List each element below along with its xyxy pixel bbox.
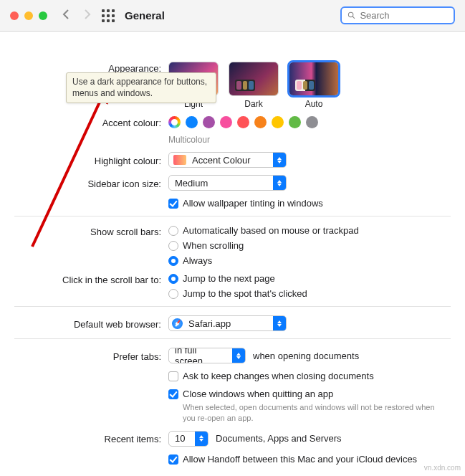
clickscroll-radio-1[interactable] [168,289,178,299]
accent-color-1[interactable] [203,116,215,128]
prefer-tabs-select[interactable]: in full screen [168,348,246,363]
appearance-dark-label: Dark [229,99,279,109]
nav-buttons [62,9,92,22]
show-all-icon[interactable] [102,9,115,22]
chevron-updown-icon [273,153,286,167]
accent-sublabel: Multicolour [168,135,210,145]
recent-items-select[interactable]: 10 [168,431,208,447]
chevron-updown-icon [195,432,208,446]
scrollbar-label-0: Automatically based on mouse or trackpad [183,225,359,236]
chevron-updown-icon [273,176,286,190]
accent-color-4[interactable] [254,116,267,128]
window-titlebar: General [0,0,465,32]
clickscroll-radio-0[interactable] [168,274,178,284]
default-browser-label: Default web browser: [14,318,168,330]
wallpaper-tint-label: Allow wallpaper tinting in windows [183,198,323,209]
search-icon [347,11,355,20]
click-scroll-label: Click in the scroll bar to: [14,273,168,285]
accent-color-0[interactable] [186,116,198,128]
accent-color-6[interactable] [289,116,301,128]
close-windows-checkbox[interactable] [168,389,178,399]
svg-line-1 [353,16,355,19]
chevron-updown-icon [232,348,245,363]
prefer-tabs-label: Prefer tabs: [14,350,168,362]
ask-keep-label: Ask to keep changes when closing documen… [183,371,374,381]
scrollbar-label-2: Always [183,255,212,266]
appearance-auto[interactable]: Auto [289,62,339,109]
traffic-lights [10,11,47,20]
scrollbar-radio-1[interactable] [168,241,178,251]
show-scroll-label: Show scroll bars: [14,225,168,237]
highlight-select[interactable]: Accent Colour [168,152,287,168]
search-input[interactable] [360,10,448,21]
forward-button[interactable] [83,9,92,22]
chevron-updown-icon [273,316,286,330]
appearance-auto-label: Auto [289,99,339,109]
accent-multicolour[interactable] [168,116,181,128]
scrollbar-label-1: When scrolling [183,240,244,251]
ask-keep-checkbox[interactable] [168,371,178,381]
clickscroll-label-1: Jump to the spot that's clicked [183,288,307,299]
clickscroll-label-0: Jump to the next page [183,273,275,284]
accent-color-3[interactable] [237,116,249,128]
recent-items-suffix: Documents, Apps and Servers [216,433,342,444]
close-windows-hint: When selected, open documents and window… [183,402,441,424]
accent-color-2[interactable] [220,116,232,128]
svg-point-0 [348,12,353,16]
scrollbar-radio-0[interactable] [168,226,178,236]
watermark: vn.xdn.com [424,464,461,472]
accent-label: Accent colour: [14,116,168,128]
minimize-window-button[interactable] [24,11,33,20]
handoff-label: Allow Handoff between this Mac and your … [183,454,417,465]
accent-color-5[interactable] [272,116,284,128]
window-title: General [125,9,340,22]
back-button[interactable] [62,9,70,22]
accent-color-7[interactable] [306,116,318,128]
wallpaper-tint-checkbox[interactable] [168,199,178,209]
highlight-swatch-icon [173,155,186,165]
tooltip: Use a dark appearance for buttons, menus… [66,72,216,103]
recent-items-label: Recent items: [14,432,168,444]
highlight-label: Highlight colour: [14,154,168,166]
sidebar-icon-label: Sidebar icon size: [14,177,168,189]
safari-icon [172,318,183,329]
close-window-button[interactable] [10,11,19,20]
zoom-window-button[interactable] [39,11,47,20]
close-windows-label: Close windows when quitting an app [183,389,333,399]
prefer-tabs-suffix: when opening documents [253,351,359,361]
search-field[interactable] [340,6,455,24]
handoff-checkbox[interactable] [168,454,178,465]
default-browser-select[interactable]: Safari.app [168,315,287,331]
sidebar-icon-select[interactable]: Medium [168,175,287,191]
scrollbar-radio-2[interactable] [168,256,178,266]
appearance-dark[interactable]: Dark [229,62,279,109]
